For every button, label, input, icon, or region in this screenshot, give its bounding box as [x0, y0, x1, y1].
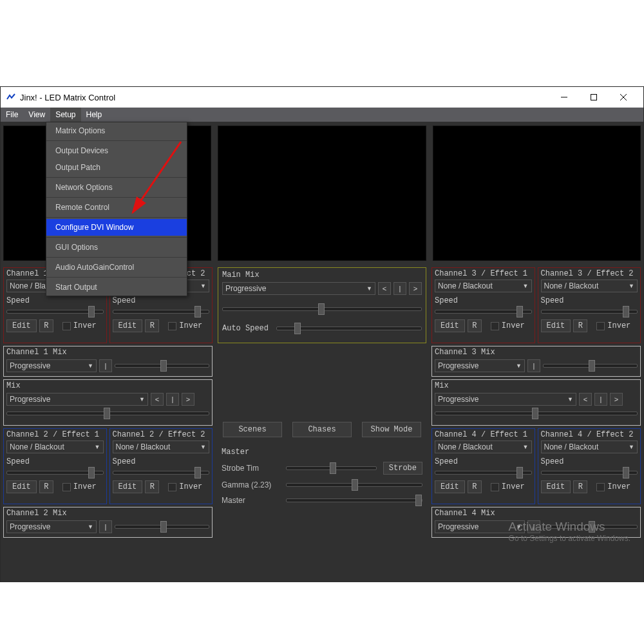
dd-audio-agc[interactable]: Audio AutoGainControl	[46, 259, 187, 276]
ch3e1-inv[interactable]	[491, 322, 499, 330]
dd-output-devices[interactable]: Output Devices	[46, 142, 187, 159]
ch1e2-speed-slider[interactable]	[113, 307, 210, 317]
leftmix-prev[interactable]: <	[151, 393, 164, 406]
dd-network-options[interactable]: Network Options	[46, 179, 187, 196]
close-button[interactable]	[609, 87, 638, 108]
ch1e2-invert-check[interactable]	[168, 322, 176, 330]
ch3e2-speed[interactable]	[541, 307, 638, 317]
ch1mix-select[interactable]: Progressive▼	[6, 359, 97, 372]
ch2-effect2: Channel 2 / Effect 2 None / Blackout▼ Sp…	[109, 428, 213, 504]
mainmix-select[interactable]: Progressive▼	[222, 282, 375, 295]
master-slider[interactable]	[286, 495, 422, 506]
maximize-button[interactable]	[579, 87, 609, 108]
ch4e1-speed[interactable]	[435, 468, 532, 478]
master-panel: Master Strobe Tim Strobe Gamma (2.23) Ma…	[218, 446, 426, 512]
menu-setup[interactable]: Setup	[50, 108, 80, 122]
dd-configure-dvi[interactable]: Configure DVI Window	[46, 219, 187, 236]
ch2e2-speed[interactable]	[113, 468, 210, 478]
leftmix-slider[interactable]	[6, 408, 209, 419]
ch1-mix: Channel 1 Mix Progressive▼ |	[3, 346, 213, 377]
strobe-button[interactable]: Strobe	[383, 462, 422, 475]
chases-button[interactable]: Chases	[292, 422, 352, 437]
ch2e1-inv[interactable]	[62, 483, 71, 491]
mainmix-pipe[interactable]: |	[393, 282, 406, 295]
ch3e2-select[interactable]: None / Blackout▼	[541, 279, 638, 292]
ch3e1-select[interactable]: None / Blackout▼	[435, 279, 532, 292]
mainmix-next[interactable]: >	[409, 282, 422, 295]
mainmix-slider[interactable]	[222, 304, 422, 314]
rightmix-select[interactable]: Progressive▼	[435, 393, 576, 406]
ch2-mix: Channel 2 Mix Progressive▼ |	[3, 507, 213, 538]
ch3mix-pipe[interactable]: |	[527, 359, 540, 372]
mainmix-prev[interactable]: <	[378, 282, 391, 295]
ch4mix-slider[interactable]	[543, 522, 638, 532]
ch1mix-pipe[interactable]: |	[99, 359, 112, 372]
leftmix-next[interactable]: >	[182, 393, 194, 406]
ch3e1-r[interactable]: R	[468, 319, 482, 332]
dd-start-output[interactable]: Start Output	[46, 279, 187, 296]
rightmix-prev[interactable]: <	[579, 393, 592, 406]
ch3e1-speed[interactable]	[435, 307, 532, 317]
title-bar: Jinx! - LED Matrix Control	[1, 87, 643, 108]
ch1e1-edit[interactable]: Edit	[6, 319, 37, 332]
dd-matrix-options[interactable]: Matrix Options	[46, 122, 187, 139]
strobe-slider[interactable]	[286, 463, 377, 473]
ch1e1-speed-slider[interactable]	[6, 307, 104, 317]
ch3-mix: Channel 3 Mix Progressive▼ |	[431, 346, 641, 377]
showmode-button[interactable]: Show Mode	[362, 422, 421, 437]
ch4e1-select[interactable]: None / Blackout▼	[435, 440, 532, 453]
ch3mix-slider[interactable]	[543, 361, 638, 371]
ch1e2-edit[interactable]: Edit	[113, 319, 143, 332]
ch1e1-invert-check[interactable]	[62, 322, 71, 330]
ch4e1-r[interactable]: R	[468, 480, 482, 493]
ch4e2-edit[interactable]: Edit	[541, 480, 571, 493]
rightmix-pipe[interactable]: |	[594, 393, 607, 406]
menu-view[interactable]: View	[23, 108, 50, 122]
dd-output-patch[interactable]: Output Patch	[46, 159, 187, 176]
ch2e2-inv[interactable]	[168, 483, 176, 491]
main-mix: Main Mix Progressive▼ < | > Auto Speed	[218, 267, 426, 343]
dd-remote-control[interactable]: Remote Control	[46, 199, 187, 216]
ch2mix-pipe[interactable]: |	[99, 520, 112, 533]
ch4e2-r[interactable]: R	[573, 480, 587, 493]
autospeed-slider[interactable]	[276, 323, 422, 334]
ch3-effect2: Channel 3 / Effect 2 None / Blackout▼ Sp…	[538, 267, 641, 343]
ch4mix-select[interactable]: Progressive▼	[435, 520, 525, 533]
ch2e1-edit[interactable]: Edit	[6, 480, 37, 493]
ch4e1-inv[interactable]	[491, 483, 499, 491]
ch3e1-edit[interactable]: Edit	[435, 319, 465, 332]
ch2e2-select[interactable]: None / Blackout▼	[113, 440, 210, 453]
dd-gui-options[interactable]: GUI Options	[46, 239, 187, 256]
ch3e2-edit[interactable]: Edit	[541, 319, 571, 332]
ch2mix-select[interactable]: Progressive▼	[6, 520, 97, 533]
svg-rect-1	[591, 95, 597, 100]
rightmix-next[interactable]: >	[610, 393, 623, 406]
leftmix-pipe[interactable]: |	[166, 393, 179, 406]
ch1mix-slider[interactable]	[115, 361, 209, 371]
ch4e2-select[interactable]: None / Blackout▼	[541, 440, 638, 453]
rightmix-slider[interactable]	[435, 408, 638, 419]
speed-label: Speed	[6, 296, 104, 305]
minimize-button[interactable]	[549, 87, 579, 108]
ch1e1-r[interactable]: R	[39, 319, 53, 332]
ch2e1-r[interactable]: R	[39, 480, 53, 493]
ch1e2-r[interactable]: R	[145, 319, 159, 332]
menu-help[interactable]: Help	[81, 108, 108, 122]
ch2e1-select[interactable]: None / Blackout▼	[6, 440, 104, 453]
ch4e2-speed[interactable]	[541, 468, 638, 478]
ch4mix-pipe[interactable]: |	[527, 520, 540, 533]
menu-file[interactable]: File	[1, 108, 23, 122]
ch2mix-slider[interactable]	[115, 522, 209, 532]
ch2e1-speed[interactable]	[6, 468, 104, 478]
ch4e1-edit[interactable]: Edit	[435, 480, 465, 493]
gamma-slider[interactable]	[286, 480, 422, 490]
leftmix-select[interactable]: Progressive▼	[6, 393, 148, 406]
ch2e2-r[interactable]: R	[145, 480, 159, 493]
app-icon	[6, 92, 16, 102]
ch4e2-inv[interactable]	[596, 483, 605, 491]
ch3mix-select[interactable]: Progressive▼	[435, 359, 525, 372]
ch3e2-r[interactable]: R	[573, 319, 587, 332]
ch3e2-inv[interactable]	[596, 322, 605, 330]
ch2e2-edit[interactable]: Edit	[113, 480, 143, 493]
scenes-button[interactable]: Scenes	[223, 422, 282, 437]
